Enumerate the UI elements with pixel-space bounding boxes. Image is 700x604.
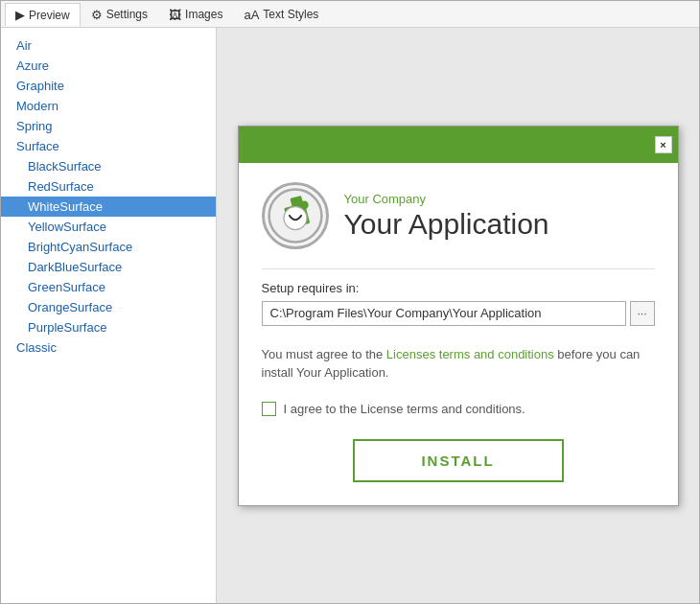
sidebar-item-redsurface[interactable]: RedSurface: [1, 176, 216, 197]
separator: [262, 268, 655, 269]
license-link[interactable]: Licenses terms and conditions: [386, 347, 554, 361]
app-title: Your Application: [344, 208, 549, 240]
dialog-window: ×: [238, 126, 679, 506]
sidebar-item-whitesurface[interactable]: WhiteSurface: [1, 197, 216, 217]
tab-preview[interactable]: ▶ Preview: [5, 3, 81, 26]
close-button[interactable]: ×: [655, 136, 672, 153]
sidebar-item-greensurface[interactable]: GreenSurface: [1, 277, 216, 297]
text-styles-icon: aA: [244, 8, 259, 22]
sidebar-item-orangesurface[interactable]: OrangeSurface: [1, 297, 216, 317]
tab-bar: ▶ Preview ⚙ Settings 🖼 Images aA Text St…: [1, 1, 699, 28]
sidebar-item-yellowsurface[interactable]: YellowSurface: [1, 217, 216, 237]
app-logo: [262, 182, 329, 249]
preview-icon: ▶: [15, 8, 25, 22]
tab-text-styles-label: Text Styles: [263, 8, 318, 21]
sidebar: Air Azure Graphite Modern Spring Surface…: [1, 28, 217, 603]
browse-button[interactable]: ···: [630, 301, 655, 326]
tab-images[interactable]: 🖼 Images: [158, 3, 233, 26]
app-header: Your Company Your Application: [262, 182, 655, 249]
tab-settings[interactable]: ⚙ Settings: [81, 3, 158, 26]
settings-icon: ⚙: [91, 8, 103, 22]
company-name: Your Company: [344, 192, 549, 206]
tab-text-styles[interactable]: aA Text Styles: [233, 3, 329, 26]
dialog-header: ×: [239, 127, 678, 163]
main-container: ▶ Preview ⚙ Settings 🖼 Images aA Text St…: [0, 0, 700, 604]
license-text-pre: You must agree to the: [262, 347, 386, 361]
preview-area: ×: [217, 28, 699, 603]
tab-images-label: Images: [185, 8, 222, 21]
sidebar-item-azure[interactable]: Azure: [1, 56, 216, 76]
sidebar-item-classic[interactable]: Classic: [1, 337, 216, 358]
content-area: Air Azure Graphite Modern Spring Surface…: [1, 28, 699, 603]
path-input[interactable]: [262, 301, 626, 326]
sidebar-item-blacksurface[interactable]: BlackSurface: [1, 156, 216, 176]
tab-settings-label: Settings: [106, 8, 148, 21]
sidebar-item-brightcyansurface[interactable]: BrightCyanSurface: [1, 237, 216, 257]
sidebar-item-darkbluesurface[interactable]: DarkBlueSurface: [1, 257, 216, 277]
sidebar-item-modern[interactable]: Modern: [1, 96, 216, 116]
sidebar-item-graphite[interactable]: Graphite: [1, 76, 216, 96]
license-text: You must agree to the Licenses terms and…: [262, 345, 655, 383]
license-checkbox[interactable]: [262, 402, 276, 416]
sidebar-item-purplesurface[interactable]: PurpleSurface: [1, 317, 216, 337]
sidebar-item-surface[interactable]: Surface: [1, 136, 216, 156]
svg-point-6: [284, 206, 307, 229]
tab-preview-label: Preview: [29, 9, 70, 22]
setup-label: Setup requires in:: [262, 281, 655, 295]
sidebar-item-air[interactable]: Air: [1, 35, 216, 56]
checkbox-label: I agree to the License terms and conditi…: [284, 402, 525, 416]
images-icon: 🖼: [169, 8, 181, 22]
dialog-body: Your Company Your Application Setup requ…: [239, 163, 678, 505]
install-button[interactable]: INSTALL: [353, 439, 564, 482]
app-title-block: Your Company Your Application: [344, 192, 549, 240]
checkbox-row: I agree to the License terms and conditi…: [262, 402, 655, 416]
path-container: ···: [262, 301, 655, 326]
sidebar-item-spring[interactable]: Spring: [1, 116, 216, 136]
logo-svg: [267, 187, 324, 244]
